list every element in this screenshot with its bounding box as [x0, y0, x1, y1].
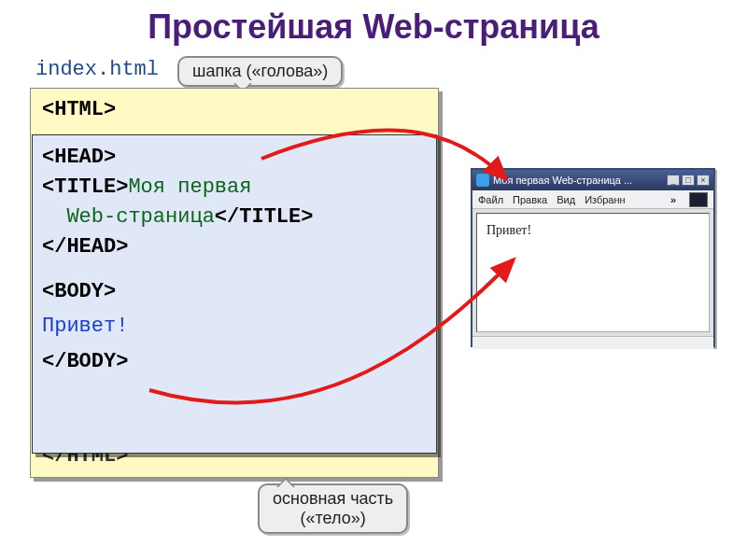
page-text: Привет! [486, 223, 531, 237]
filename-label: index.html [35, 58, 159, 81]
tag-title-close: </TITLE> [215, 205, 314, 229]
browser-title: Моя первая Web-страница ... [493, 175, 663, 186]
title-text-2: Web-страница [66, 205, 214, 229]
close-button[interactable]: × [697, 175, 710, 186]
minimize-button[interactable]: _ [667, 175, 680, 186]
menu-view[interactable]: Вид [557, 194, 575, 205]
tag-head-close: </HEAD> [42, 235, 128, 259]
browser-content: Привет! [476, 213, 710, 332]
tag-body-open: <BODY> [42, 280, 116, 303]
body-text: Привет! [42, 315, 128, 338]
browser-window: Моя первая Web-страница ... _ □ × Файл П… [471, 168, 715, 347]
menu-file[interactable]: Файл [478, 194, 503, 205]
inner-code-block: <HEAD> <TITLE>Моя первая ..Web-страница<… [32, 134, 437, 454]
maximize-button[interactable]: □ [682, 175, 695, 186]
tag-head-open: <HEAD> [42, 146, 116, 169]
tag-body-close: </BODY> [42, 350, 128, 373]
callout-head: шапка («голова») [177, 56, 343, 87]
callout-body: основная часть («тело») [258, 483, 408, 534]
ie-icon [476, 174, 489, 187]
browser-statusbar [472, 336, 713, 349]
title-text-1: Моя первая [128, 175, 251, 199]
callout-body-l2: («тело») [273, 509, 393, 528]
menu-more-icon[interactable]: » [670, 194, 676, 205]
slide-title: Простейшая Web-страница [0, 7, 747, 47]
menu-favorites[interactable]: Избранн [585, 194, 626, 205]
menu-edit[interactable]: Правка [513, 194, 547, 205]
ie-logo-icon [689, 192, 708, 207]
browser-titlebar: Моя первая Web-страница ... _ □ × [472, 170, 713, 190]
browser-menubar: Файл Правка Вид Избранн » [472, 190, 713, 209]
tag-title-open: <TITLE> [42, 175, 128, 199]
tag-html-open: <HTML> [42, 96, 116, 125]
callout-body-l1: основная часть [273, 489, 393, 509]
